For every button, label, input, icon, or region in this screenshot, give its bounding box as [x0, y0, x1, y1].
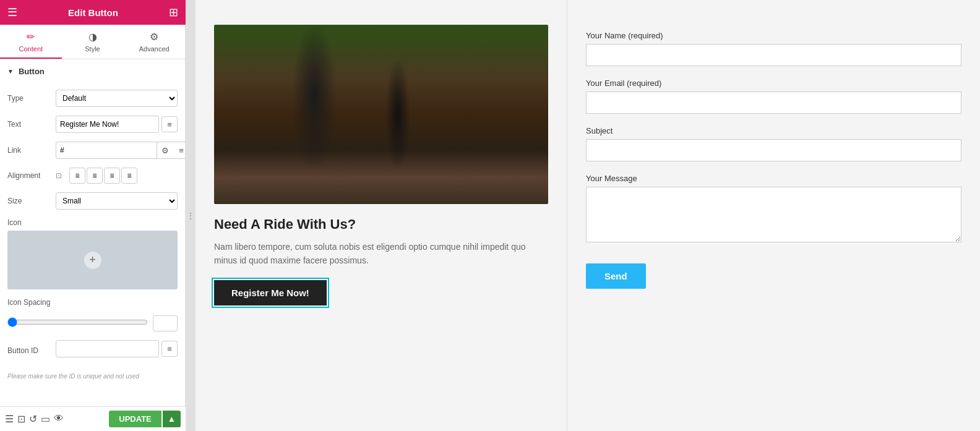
alignment-row: Alignment ⊡ ≡ ≡ ≡ ≡ — [7, 168, 178, 184]
text-dynamic-icon[interactable]: ≡ — [161, 116, 178, 132]
hamburger-icon[interactable]: ☰ — [5, 413, 14, 425]
link-input-group: ⚙ ≡ — [56, 142, 185, 159]
align-right-btn[interactable]: ≡ — [104, 168, 120, 184]
type-select[interactable]: Default Primary Info Success — [56, 90, 178, 107]
button-id-label: Button ID — [7, 346, 51, 355]
link-input[interactable] — [56, 146, 157, 155]
type-row: Type Default Primary Info Success — [7, 90, 178, 107]
icon-spacing-row: Icon Spacing — [7, 298, 178, 307]
register-btn-wrap: Register Me Now! — [214, 280, 327, 305]
subject-label: Subject — [586, 126, 961, 135]
text-input[interactable] — [56, 116, 159, 133]
update-button[interactable]: UPDATE — [109, 411, 161, 427]
icon-spacing-value[interactable] — [153, 315, 178, 331]
grid-icon[interactable]: ⊞ — [169, 6, 178, 19]
style-tab-icon: ◑ — [88, 31, 97, 43]
sidebar: ☰ Edit Button ⊞ ✏ Content ◑ Style ⚙ Adva… — [0, 0, 186, 431]
name-label: Your Name (required) — [586, 31, 961, 40]
tab-advanced[interactable]: ⚙ Advanced — [123, 25, 185, 59]
message-field-group: Your Message — [586, 174, 961, 245]
button-id-input[interactable] — [56, 340, 159, 357]
email-input[interactable] — [586, 92, 961, 114]
main-content: Need A Ride With Us? Nam libero tempore,… — [196, 0, 980, 431]
eye-icon[interactable]: 👁 — [54, 413, 64, 425]
link-label: Link — [7, 146, 51, 155]
layers-icon[interactable]: ⊡ — [17, 413, 25, 425]
size-label: Size — [7, 197, 51, 205]
alignment-device-icon: ⊡ — [56, 171, 62, 180]
tab-advanced-label: Advanced — [139, 45, 170, 53]
section-title: Button — [19, 67, 45, 76]
email-field-group: Your Email (required) — [586, 79, 961, 114]
message-textarea[interactable] — [586, 187, 961, 242]
alignment-label: Alignment — [7, 171, 51, 180]
button-section-header: ▼ Button — [7, 67, 178, 81]
alignment-control: ⊡ ≡ ≡ ≡ ≡ — [56, 168, 178, 184]
resize-handle-dots: ⋮ — [186, 211, 195, 221]
right-panel: Your Name (required) Your Email (require… — [567, 0, 980, 431]
slider-row — [7, 315, 178, 331]
advanced-tab-icon: ⚙ — [150, 31, 158, 43]
link-settings-icon[interactable]: ⚙ — [157, 142, 173, 158]
text-control: ≡ — [56, 116, 178, 133]
history-icon[interactable]: ↺ — [29, 413, 37, 425]
type-label: Type — [7, 94, 51, 103]
update-arrow-button[interactable]: ▲ — [163, 411, 181, 427]
id-note: Please make sure the ID is unique and no… — [7, 370, 178, 381]
name-input[interactable] — [586, 44, 961, 66]
link-control: ⚙ ≡ — [56, 142, 185, 159]
button-id-row: Button ID ≡ — [7, 340, 178, 361]
ride-heading: Need A Ride With Us? — [214, 216, 548, 233]
left-panel: Need A Ride With Us? Nam libero tempore,… — [196, 0, 567, 431]
size-control: Small Medium Large — [56, 192, 178, 210]
plus-icon: + — [89, 254, 96, 267]
update-btn-wrap: UPDATE ▲ — [109, 411, 181, 427]
tab-bar: ✏ Content ◑ Style ⚙ Advanced — [0, 25, 185, 59]
align-center-btn[interactable]: ≡ — [87, 168, 103, 184]
link-dynamic-icon[interactable]: ≡ — [173, 142, 185, 158]
size-row: Size Small Medium Large — [7, 192, 178, 210]
tab-style-label: Style — [85, 45, 100, 53]
icon-label: Icon — [7, 218, 51, 227]
section-collapse-arrow[interactable]: ▼ — [7, 68, 14, 75]
send-button[interactable]: Send — [586, 263, 646, 289]
size-select[interactable]: Small Medium Large — [56, 192, 178, 210]
button-id-dynamic-icon[interactable]: ≡ — [161, 341, 178, 357]
icon-upload-area[interactable]: + — [7, 231, 178, 289]
icon-spacing-slider[interactable] — [7, 317, 148, 327]
register-button[interactable]: Register Me Now! — [214, 280, 327, 305]
top-bar: ☰ Edit Button ⊞ — [0, 0, 186, 25]
align-justify-btn[interactable]: ≡ — [121, 168, 137, 184]
type-control: Default Primary Info Success — [56, 90, 178, 107]
ride-body-text: Nam libero tempore, cum soluta nobis est… — [214, 240, 548, 268]
sidebar-content: ▼ Button Type Default Primary Info Succe… — [0, 59, 185, 431]
message-label: Your Message — [586, 174, 961, 183]
menu-icon[interactable]: ☰ — [7, 6, 17, 19]
tab-style[interactable]: ◑ Style — [62, 25, 124, 59]
align-buttons: ≡ ≡ ≡ ≡ — [69, 168, 137, 184]
hiking-image-inner — [214, 25, 548, 204]
icon-row-label: Icon — [7, 218, 178, 227]
preview-icon[interactable]: ▭ — [41, 413, 50, 425]
content-tab-icon: ✏ — [27, 31, 35, 43]
text-row: Text ≡ — [7, 116, 178, 133]
top-bar-title: Edit Button — [68, 7, 118, 18]
subject-field-group: Subject — [586, 126, 961, 161]
icon-spacing-slider-wrap — [7, 317, 148, 330]
resize-handle[interactable]: ⋮ — [186, 0, 196, 431]
link-row: Link ⚙ ≡ — [7, 142, 178, 159]
align-left-btn[interactable]: ≡ — [69, 168, 85, 184]
bottom-tools: ☰ ⊡ ↺ ▭ 👁 — [5, 413, 64, 425]
icon-spacing-label: Icon Spacing — [7, 298, 51, 307]
text-label: Text — [7, 120, 51, 129]
bottom-toolbar: ☰ ⊡ ↺ ▭ 👁 UPDATE ▲ — [0, 406, 186, 431]
email-label: Your Email (required) — [586, 79, 961, 88]
tab-content[interactable]: ✏ Content — [0, 25, 62, 59]
contact-form: Your Name (required) Your Email (require… — [586, 25, 961, 295]
tab-content-label: Content — [19, 45, 43, 53]
icon-upload-plus: + — [84, 252, 101, 269]
hiking-image — [214, 25, 548, 204]
name-field-group: Your Name (required) — [586, 31, 961, 66]
subject-input[interactable] — [586, 139, 961, 161]
